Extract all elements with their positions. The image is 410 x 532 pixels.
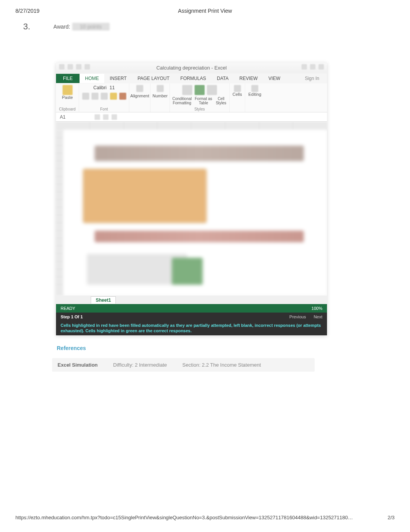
format-as-table-icon[interactable]: [195, 85, 205, 95]
paste-label: Paste: [62, 95, 73, 100]
tab-file[interactable]: FILE: [56, 74, 80, 83]
redo-icon[interactable]: [85, 64, 90, 70]
question-number: 3.: [23, 22, 30, 32]
styles-group-label: Styles: [194, 107, 205, 111]
question-section: Section: 2.2 The Income Statement: [182, 362, 261, 368]
save-icon[interactable]: [68, 64, 73, 70]
question-type: Excel Simulation: [58, 362, 98, 368]
page-title: Assignment Print View: [178, 8, 232, 14]
editing-label: Editing: [248, 92, 261, 97]
fx-icon[interactable]: [112, 114, 117, 120]
zoom-level[interactable]: 100%: [312, 306, 322, 311]
editing-icon[interactable]: [251, 85, 258, 92]
status-bar: READY 100%: [56, 304, 327, 313]
tab-data[interactable]: DATA: [212, 74, 234, 83]
next-button[interactable]: Next: [313, 314, 322, 319]
excel-simulation-window: Calculating depreciation - Excel FILE HO…: [56, 63, 327, 335]
font-size-select[interactable]: 11: [110, 85, 115, 90]
tab-review[interactable]: REVIEW: [234, 74, 263, 83]
previous-button[interactable]: Previous: [290, 314, 306, 319]
paste-icon[interactable]: [63, 85, 73, 95]
cells-icon[interactable]: [234, 85, 241, 92]
tab-insert[interactable]: INSERT: [104, 74, 132, 83]
status-ready: READY: [61, 306, 75, 311]
cell-styles-icon[interactable]: [207, 85, 217, 95]
font-color-icon[interactable]: [119, 93, 126, 100]
name-box[interactable]: A1: [60, 114, 87, 120]
award-label: Award:: [53, 24, 70, 30]
cell-styles-label: Cell Styles: [214, 97, 228, 105]
minimize-icon[interactable]: [302, 64, 307, 70]
fill-color-icon[interactable]: [110, 93, 117, 100]
bold-icon[interactable]: [82, 93, 89, 100]
question-difficulty: Difficulty: 2 Intermediate: [113, 362, 167, 368]
excel-icon: [59, 64, 64, 70]
font-group-label: Font: [100, 107, 108, 111]
tab-formulas[interactable]: FORMULAS: [175, 74, 212, 83]
conditional-formatting-label: Conditional Formatting: [171, 97, 193, 105]
info-message: Cells highlighted in red have been fille…: [56, 321, 327, 335]
print-date: 8/27/2019: [15, 8, 39, 14]
tab-view[interactable]: VIEW: [263, 74, 286, 83]
tab-page-layout[interactable]: PAGE LAYOUT: [132, 74, 175, 83]
award-value: 10 points: [72, 23, 110, 31]
question-metadata: Excel Simulation Difficulty: 2 Intermedi…: [52, 358, 315, 372]
formula-bar-row: A1: [56, 112, 327, 122]
number-format-icon[interactable]: [157, 85, 164, 92]
align-icon[interactable]: [136, 85, 143, 92]
close-icon[interactable]: [319, 64, 324, 70]
sign-in-link[interactable]: Sign In: [305, 76, 323, 81]
maximize-icon[interactable]: [310, 64, 315, 70]
sheet-cells[interactable]: [64, 130, 327, 296]
spreadsheet-grid[interactable]: [56, 122, 327, 296]
tab-home[interactable]: HOME: [80, 74, 104, 83]
window-title: Calculating depreciation - Excel: [156, 65, 227, 71]
footer-url: https://ezto.mheducation.com/hm.tpx?todo…: [15, 515, 353, 520]
references-link[interactable]: References: [57, 345, 410, 351]
step-navigation-bar: Step 1 Of 1 Previous Next: [56, 313, 327, 321]
ribbon-content: Paste Clipboard Calibri 11 Font Alignmen…: [56, 83, 327, 112]
italic-icon[interactable]: [91, 93, 98, 100]
enter-formula-icon[interactable]: [103, 114, 108, 120]
format-as-table-label: Format as Table: [194, 97, 213, 105]
underline-icon[interactable]: [101, 93, 108, 100]
sheet-tab-sheet1[interactable]: Sheet1: [91, 296, 116, 304]
ribbon-tabs: FILE HOME INSERT PAGE LAYOUT FORMULAS DA…: [56, 73, 327, 83]
cells-label: Cells: [232, 92, 242, 97]
number-label: Number: [152, 93, 168, 98]
alignment-label: Alignment: [130, 93, 149, 98]
clipboard-group-label: Clipboard: [59, 107, 76, 111]
footer-page-number: 2/3: [388, 515, 395, 520]
conditional-formatting-icon[interactable]: [182, 85, 192, 95]
sheet-tabs-bar: Sheet1: [56, 296, 327, 304]
step-indicator: Step 1 Of 1: [61, 314, 83, 319]
window-titlebar: Calculating depreciation - Excel: [56, 63, 327, 73]
cancel-formula-icon[interactable]: [95, 114, 100, 120]
undo-icon[interactable]: [76, 64, 81, 70]
font-name-select[interactable]: Calibri: [93, 85, 107, 90]
